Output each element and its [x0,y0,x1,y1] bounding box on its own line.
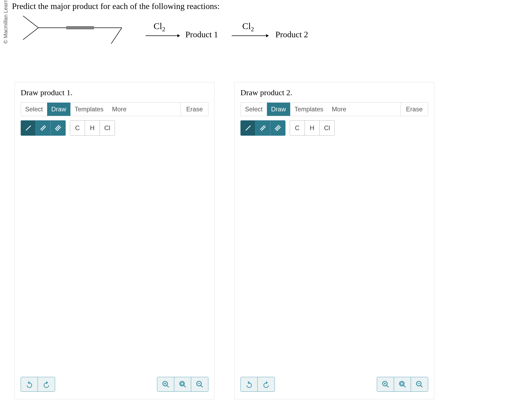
redo-button[interactable] [38,377,55,391]
svg-line-40 [420,385,423,387]
panel-1-title: Draw product 1. [21,88,208,97]
zoom-out-button[interactable] [411,377,428,391]
svg-line-19 [167,385,169,387]
tab-select[interactable]: Select [241,103,267,116]
bond-tools [21,120,66,136]
zoom-reset-button[interactable] [394,377,411,391]
atom-cl-button[interactable]: Cl [320,121,334,135]
double-bond-icon [40,125,47,131]
triple-bond-button[interactable] [51,121,65,135]
reaction-scheme: Cl2 Product 1 Cl2 Product 2 [19,11,416,61]
draw-panel-1: Draw product 1. Select Draw Templates Mo… [15,82,214,399]
svg-marker-11 [266,34,269,37]
double-bond-button[interactable] [256,121,270,135]
undo-icon [245,380,253,388]
svg-line-28 [260,125,265,130]
reagent-1-label: Cl2 [154,21,165,33]
triple-bond-button[interactable] [270,121,285,135]
svg-line-1 [23,28,38,40]
copyright-text: © Macmillan Learning [3,0,9,44]
product-2-label: Product 2 [275,30,308,39]
svg-marker-9 [177,34,180,37]
zoom-in-icon [162,380,170,388]
zoom-out-button[interactable] [191,377,208,391]
reaction-arrow-2 [232,33,269,38]
tab-more[interactable]: More [108,103,131,116]
zoom-reset-icon [179,380,187,388]
zoom-in-button[interactable] [377,377,394,391]
toolbar-1: Select Draw Templates More Erase [21,102,208,116]
svg-line-13 [41,125,45,130]
atom-tools: C H Cl [70,120,115,136]
tab-draw[interactable]: Draw [47,103,70,116]
tab-templates[interactable]: Templates [290,103,328,116]
zoom-out-icon [196,380,204,388]
svg-line-27 [246,126,250,130]
zoom-out-icon [415,380,423,388]
atom-c-button[interactable]: C [290,121,305,135]
zoom-in-icon [382,380,390,388]
svg-line-23 [184,385,186,387]
double-bond-icon [260,125,266,131]
zoom-reset-button[interactable] [174,377,191,391]
single-bond-button[interactable] [241,121,256,135]
atom-h-button[interactable]: H [305,121,320,135]
tab-draw[interactable]: Draw [267,103,290,116]
bond-tools [240,120,285,136]
atom-h-button[interactable]: H [85,121,100,135]
atom-cl-button[interactable]: Cl [100,121,115,135]
reagent-2-label: Cl2 [242,21,254,33]
svg-line-12 [26,126,31,130]
reactant-structure [20,12,126,60]
redo-icon [262,380,270,388]
zoom-reset-icon [399,380,406,388]
single-bond-button[interactable] [21,121,36,135]
single-bond-icon [245,125,252,131]
triple-bond-icon [274,125,281,131]
tab-more[interactable]: More [328,103,351,116]
svg-line-14 [42,126,46,131]
svg-line-34 [386,385,388,387]
reaction-arrow-1 [146,33,180,38]
atom-c-button[interactable]: C [70,121,85,135]
toolbar-2: Select Draw Templates More Erase [240,102,428,116]
svg-line-25 [201,385,203,387]
zoom-in-button[interactable] [157,377,174,391]
draw-panel-2: Draw product 2. Select Draw Templates Mo… [234,82,434,399]
redo-button[interactable] [258,377,275,391]
question-text: Predict the major product for each of th… [12,1,220,11]
svg-line-38 [403,385,405,387]
panel-2-title: Draw product 2. [240,88,428,97]
tab-select[interactable]: Select [21,103,47,116]
tab-templates[interactable]: Templates [70,103,108,116]
svg-line-7 [111,28,122,44]
triple-bond-icon [55,125,61,131]
erase-button[interactable]: Erase [181,103,208,116]
undo-button[interactable] [21,377,38,391]
svg-line-0 [23,16,38,28]
single-bond-icon [25,125,32,131]
product-1-label: Product 1 [185,30,218,39]
atom-tools: C H Cl [290,120,335,136]
redo-icon [42,380,50,388]
svg-line-29 [261,126,266,131]
erase-button[interactable]: Erase [400,103,428,116]
double-bond-button[interactable] [36,121,51,135]
undo-button[interactable] [241,377,258,391]
undo-icon [25,380,33,388]
